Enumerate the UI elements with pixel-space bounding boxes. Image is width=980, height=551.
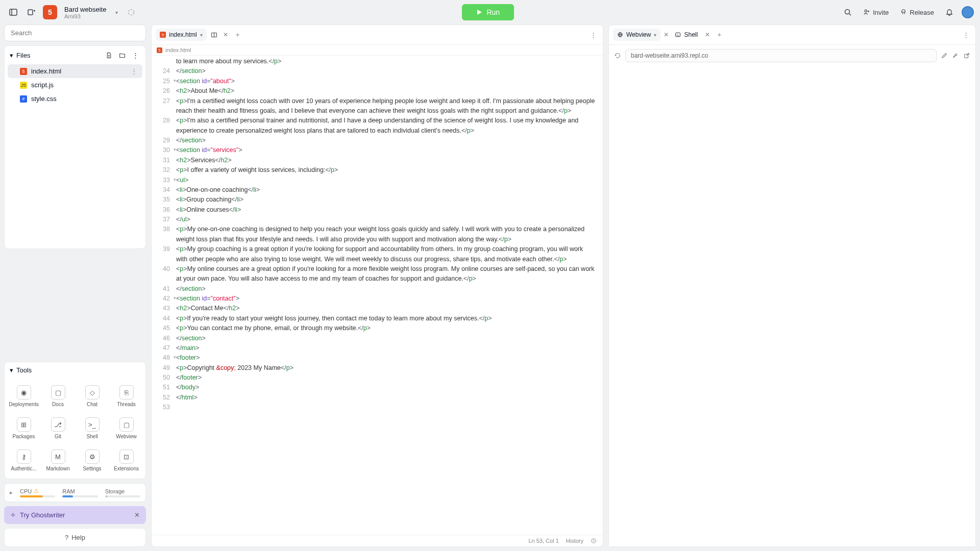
tools-title: Tools <box>16 366 32 374</box>
close-icon[interactable]: ✕ <box>134 511 140 519</box>
tool-chat[interactable]: ◇Chat <box>76 381 108 411</box>
history-button[interactable]: History <box>566 538 583 544</box>
invite-button[interactable]: Invite <box>860 7 892 18</box>
new-folder-icon[interactable] <box>117 50 127 60</box>
file-item-index-html[interactable]: 5index.html⋮ <box>8 64 142 78</box>
tool-git[interactable]: ⎇Git <box>42 413 74 443</box>
add-pane-icon[interactable] <box>24 5 39 19</box>
tool-extensions[interactable]: ⊡Extensions <box>110 445 142 475</box>
close-tab-icon[interactable]: ✕ <box>664 31 669 38</box>
code-line[interactable]: 48▾<footer> <box>152 353 603 363</box>
run-button[interactable]: Run <box>462 4 514 20</box>
tab-shell[interactable]: Shell <box>671 29 702 41</box>
files-header[interactable]: ▾ Files ⋮ <box>5 46 145 64</box>
code-line[interactable]: 44<p>If you're ready to start your weigh… <box>152 314 603 323</box>
tool-webview[interactable]: ▢Webview <box>110 413 142 443</box>
code-line[interactable]: 40<p>My online courses are a great optio… <box>152 264 603 284</box>
cursor-position[interactable]: Ln 53, Col 1 <box>528 538 558 544</box>
editor-menu-icon[interactable]: ⋮ <box>588 29 599 41</box>
code-line[interactable]: 38<p>My one-on-one coaching is designed … <box>152 224 603 244</box>
code-line[interactable]: 53 <box>152 403 603 412</box>
chevron-down-icon[interactable]: ▾ <box>654 32 656 38</box>
code-line[interactable]: 37</ul> <box>152 215 603 224</box>
editor-tab-indexhtml[interactable]: 5 index.html ▾ <box>156 29 207 41</box>
ghostwriter-banner[interactable]: ✧ Try Ghostwriter ✕ <box>4 506 146 524</box>
help-button[interactable]: ? Help <box>4 528 146 547</box>
search-icon[interactable] <box>841 5 855 19</box>
tool-markdown[interactable]: MMarkdown <box>42 445 74 475</box>
header-center: Run <box>139 4 837 20</box>
code-line[interactable]: 32<p>I offer a variety of weight loss se… <box>152 165 603 175</box>
code-line[interactable]: 26<h2>About Me</h2> <box>152 86 603 96</box>
reload-icon[interactable] <box>614 52 621 59</box>
code-line[interactable]: 49<p>Copyright &copy; 2023 My Name</p> <box>152 363 603 373</box>
sidebar-search[interactable] <box>4 24 146 41</box>
tool-docs[interactable]: ▢Docs <box>42 381 74 411</box>
code-line[interactable]: 47</main> <box>152 343 603 353</box>
url-input-wrap[interactable] <box>625 49 937 62</box>
files-title: Files <box>16 52 30 59</box>
resource-bar[interactable]: ▸ CPU ⚠ RAM Storage <box>4 483 146 502</box>
user-avatar[interactable] <box>962 6 974 18</box>
history-icon[interactable] <box>591 538 597 544</box>
tool-packages[interactable]: ⊞Packages <box>8 413 40 443</box>
code-line[interactable]: 31<h2>Services</h2> <box>152 156 603 165</box>
header-left: 5 Bard webseite Arni93 ▾ <box>6 5 135 19</box>
tool-settings[interactable]: ⚙Settings <box>76 445 108 475</box>
chevron-down-icon[interactable]: ▾ <box>200 32 203 38</box>
file-menu-icon[interactable]: ⋮ <box>131 67 137 75</box>
code-line[interactable]: 50</footer> <box>152 373 603 383</box>
tool-deployments[interactable]: ◉Deployments <box>8 381 40 411</box>
svg-point-6 <box>865 10 867 12</box>
code-line[interactable]: 25▾<section id="about"> <box>152 77 603 86</box>
search-input[interactable] <box>11 29 139 37</box>
tool-authentic[interactable]: ⚷Authentic... <box>8 445 40 475</box>
url-input[interactable] <box>631 52 931 59</box>
close-tab-icon[interactable]: ✕ <box>223 31 228 38</box>
file-item-script-js[interactable]: JSscript.js <box>8 78 142 92</box>
notifications-icon[interactable] <box>942 5 957 19</box>
code-line[interactable]: 30▾<section id="services"> <box>152 145 603 155</box>
add-tab-icon[interactable]: ＋ <box>712 28 727 41</box>
close-tab-icon[interactable]: ✕ <box>705 31 710 38</box>
webview-menu-icon[interactable]: ⋮ <box>961 29 971 41</box>
code-line[interactable]: 52</html> <box>152 393 603 403</box>
tool-shell[interactable]: >_Shell <box>76 413 108 443</box>
file-item-style-css[interactable]: #style.css <box>8 92 142 106</box>
tool-label: Git <box>55 434 61 439</box>
code-line[interactable]: 46</section> <box>152 334 603 343</box>
split-pane-icon[interactable] <box>209 29 220 40</box>
open-external-icon[interactable] <box>963 52 970 59</box>
code-line[interactable]: 35<li>Group coaching</li> <box>152 195 603 205</box>
project-meta[interactable]: Bard webseite Arni93 <box>64 6 106 19</box>
code-line[interactable]: 27<p>I'm a certified weight loss coach w… <box>152 96 603 116</box>
code-line[interactable]: 45<p>You can contact me by phone, email,… <box>152 323 603 333</box>
release-button[interactable]: Release <box>897 7 937 18</box>
webview-content[interactable] <box>609 66 975 546</box>
code-line[interactable]: 24</section> <box>152 66 603 76</box>
devtools-icon[interactable] <box>952 52 959 59</box>
chevron-down-icon[interactable]: ▾ <box>115 10 118 15</box>
code-line[interactable]: 41</section> <box>152 284 603 294</box>
code-line[interactable]: 29</section> <box>152 136 603 145</box>
add-tab-icon[interactable]: ＋ <box>230 28 245 41</box>
files-menu-icon[interactable]: ⋮ <box>130 50 140 60</box>
sidebar-toggle-icon[interactable] <box>6 5 20 19</box>
code-line[interactable]: 33▾<ul> <box>152 176 603 185</box>
code-editor[interactable]: to learn more about my services.</p>24</… <box>152 56 603 535</box>
breadcrumb[interactable]: 5 index.html <box>152 45 603 56</box>
edit-icon[interactable] <box>941 52 948 59</box>
code-line[interactable]: 51</body> <box>152 383 603 392</box>
new-file-icon[interactable] <box>104 50 114 60</box>
tool-threads[interactable]: ⎘Threads <box>110 381 142 411</box>
tab-webview[interactable]: Webview ▾ <box>613 29 660 41</box>
code-line[interactable]: 34<li>One-on-one coaching</li> <box>152 185 603 195</box>
code-line[interactable]: 39<p>My group coaching is a great option… <box>152 244 603 264</box>
code-line[interactable]: 28<p>I'm also a certified personal train… <box>152 116 603 136</box>
tools-header[interactable]: ▾ Tools <box>5 362 145 378</box>
code-line[interactable]: 43<h2>Contact Me</h2> <box>152 304 603 313</box>
tool-icon: ⚷ <box>17 449 31 464</box>
code-line[interactable]: 36<li>Online courses</li> <box>152 205 603 215</box>
code-line[interactable]: 42▾<section id="contact"> <box>152 294 603 304</box>
ram-meter: RAM <box>62 488 97 497</box>
